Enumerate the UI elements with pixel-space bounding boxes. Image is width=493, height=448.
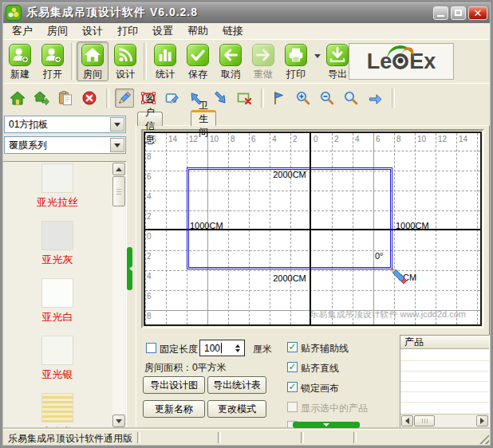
export-stats-button[interactable]: 导出统计表 (207, 376, 266, 394)
delete-icon[interactable] (80, 88, 99, 108)
toolbar-user-open-button[interactable]: 打开 (37, 41, 69, 81)
magnifier-icon[interactable] (341, 88, 361, 108)
toolbar-check-button[interactable]: 保存 (182, 41, 214, 81)
tab-room[interactable]: 卫生间 (191, 110, 216, 126)
printer-icon (285, 44, 307, 66)
menu-item[interactable]: 帮助 (180, 22, 215, 40)
toolbar-arrow-right-button: 重做 (247, 41, 279, 81)
paste-icon[interactable] (56, 88, 75, 108)
menu-item[interactable]: 打印 (110, 22, 145, 40)
zoom-in-icon[interactable] (294, 88, 313, 108)
bottom-splitter[interactable] (293, 422, 360, 428)
toolbar-arrow-left-button[interactable]: 取消 (215, 41, 246, 81)
material-item[interactable]: 变色龙 (3, 393, 112, 429)
material-swatch[interactable] (41, 163, 73, 193)
material-swatch[interactable] (41, 336, 73, 365)
option-checkbox[interactable]: ✓ (287, 382, 298, 392)
combo-dropdown-icon[interactable] (110, 138, 124, 152)
scroll-left-icon[interactable] (401, 415, 413, 426)
scroll-right-icon[interactable] (476, 415, 488, 426)
option-checkbox (287, 402, 298, 412)
maximize-button[interactable] (451, 6, 466, 20)
design-canvas[interactable]: 161412108642024681012148642024682000CM20… (144, 132, 482, 326)
dropdown-arrow-icon[interactable] (313, 41, 321, 81)
combo-dropdown-icon[interactable] (110, 117, 124, 132)
update-name-button[interactable]: 更新名称 (143, 400, 205, 418)
material-item[interactable]: 亚光白 (3, 278, 112, 324)
forward-icon[interactable] (365, 88, 385, 108)
app-window: 乐易集成吊顶设计软件 V6.0.2.8 ✕ 客户房间设计打印设置帮助链接 新建打… (0, 0, 493, 448)
option-checkbox[interactable]: ✓ (287, 342, 298, 352)
angle-label: 0° (375, 251, 384, 261)
close-button[interactable]: ✕ (468, 6, 487, 20)
ruler-y-tick: 8 (147, 312, 152, 320)
ruler-x-tick: 12 (438, 135, 447, 143)
menu-item[interactable]: 客户 (5, 22, 40, 40)
material-list[interactable]: 亚光拉丝亚光灰亚光白亚光银变色龙 (2, 161, 127, 429)
material-swatch[interactable] (41, 278, 73, 308)
scroll-up-icon[interactable] (112, 163, 125, 175)
arrow-se-icon[interactable] (211, 88, 230, 108)
toolbar-printer-button[interactable]: 打印 (280, 41, 312, 81)
rect-delete-icon[interactable] (235, 88, 254, 108)
material-item[interactable]: 亚光银 (3, 336, 112, 382)
material-scrollbar[interactable] (112, 163, 125, 427)
product-scrollbar[interactable] (400, 414, 489, 428)
ruler-x-tick: 14 (168, 135, 177, 143)
pencil-cursor-icon (389, 266, 408, 285)
change-mode-button[interactable]: 更改模式 (207, 400, 266, 418)
scroll-down-icon[interactable] (112, 415, 125, 427)
scrollbar-thumb[interactable] (414, 415, 435, 426)
stepper-arrows-icon[interactable] (234, 340, 242, 356)
toolbar-user-add-button[interactable]: 新建 (4, 41, 36, 81)
home-export-icon[interactable] (32, 88, 51, 108)
fixed-length-checkbox[interactable] (146, 343, 156, 353)
product-row-line (400, 391, 489, 392)
resize-grip[interactable] (479, 434, 489, 444)
zoom-out-icon[interactable] (317, 88, 337, 108)
material-name: 亚光灰 (3, 253, 112, 267)
product-column-header[interactable]: 产品 (400, 336, 489, 349)
menu-item[interactable]: 设计 (75, 22, 110, 40)
home-small-icon[interactable] (8, 88, 27, 108)
length-stepper[interactable]: 100 (199, 340, 245, 356)
flag-icon[interactable] (270, 88, 289, 108)
export-design-button[interactable]: 导出设计图 (143, 376, 205, 394)
toolbar-design-button[interactable]: 设计 (109, 41, 141, 81)
ruler-x-tick: 10 (210, 135, 219, 143)
edit-toolbar (2, 83, 491, 112)
product-panel: 产品 (400, 335, 490, 429)
tab-customer-info[interactable]: 客户信息 (137, 112, 163, 126)
material-item[interactable]: 亚光拉丝 (3, 163, 112, 210)
title-bar[interactable]: 乐易集成吊顶设计软件 V6.0.2.8 ✕ (2, 2, 491, 23)
minimize-button[interactable] (433, 6, 448, 20)
length-value: 100 (204, 343, 220, 354)
material-swatch[interactable] (41, 221, 73, 250)
room-height-label: 1000CM (396, 221, 429, 230)
room-outline[interactable] (187, 167, 392, 269)
sidebar-splitter[interactable] (127, 247, 132, 290)
toolbar-stats-button[interactable]: 统计 (149, 41, 181, 81)
toolbar-button-label: 统计 (156, 68, 175, 81)
series-select[interactable]: 覆膜系列 (4, 136, 126, 154)
check-icon (187, 44, 209, 66)
arrow-right-icon (252, 44, 274, 66)
material-name: 亚光拉丝 (3, 195, 112, 210)
toolbar-button-label: 取消 (221, 68, 240, 81)
ruler-x-tick: 2 (293, 135, 298, 143)
toolbar-home-button[interactable]: 房间 (77, 41, 108, 81)
export-icon (326, 44, 349, 66)
menu-item[interactable]: 链接 (215, 22, 250, 40)
ruler-x-tick: 0 (314, 135, 318, 143)
board-type-select[interactable]: 01方扣板 (4, 116, 126, 133)
option-checkbox[interactable]: ✓ (287, 362, 298, 372)
menu-item[interactable]: 房间 (40, 22, 75, 40)
material-swatch[interactable] (41, 393, 73, 422)
edit-rect-icon[interactable] (163, 88, 182, 108)
pencil-icon[interactable] (115, 88, 134, 108)
scrollbar-thumb[interactable] (112, 176, 125, 206)
product-row-line (400, 371, 489, 371)
material-item[interactable]: 亚光灰 (3, 221, 112, 267)
series-value: 覆膜系列 (9, 139, 47, 152)
menu-item[interactable]: 设置 (145, 22, 180, 40)
